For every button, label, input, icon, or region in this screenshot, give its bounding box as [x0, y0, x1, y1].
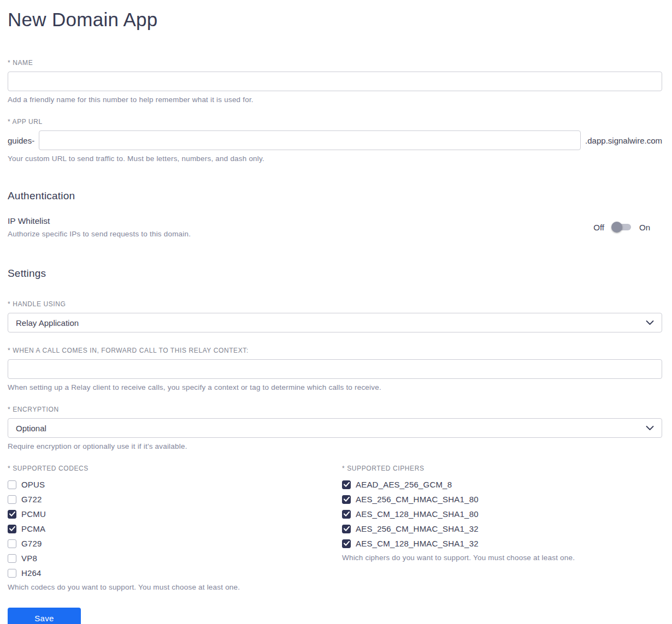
name-label: * NAME [8, 59, 662, 67]
check-icon [9, 512, 15, 516]
handle-using-selected-value: Relay Application [16, 318, 79, 328]
supported-ciphers-label: * SUPPORTED CIPHERS [342, 465, 662, 472]
checkbox[interactable] [342, 525, 351, 533]
app-url-help-text: Your custom URL to send traffic to. Must… [8, 154, 662, 163]
check-icon [344, 512, 350, 516]
name-input[interactable] [8, 72, 662, 91]
cipher-checkbox-row[interactable]: AEAD_AES_256_GCM_8 [342, 480, 662, 489]
toggle-off-label: Off [593, 223, 604, 232]
app-url-prefix: guides- [8, 136, 34, 145]
app-url-label: * APP URL [8, 118, 662, 126]
handle-using-label: * HANDLE USING [8, 300, 662, 308]
check-icon [344, 482, 350, 487]
chevron-down-icon [646, 426, 654, 431]
save-button[interactable]: Save [8, 608, 81, 624]
checkbox[interactable] [8, 539, 16, 548]
name-field-group: * NAME Add a friendly name for this numb… [8, 59, 662, 104]
checkbox-label: PCMA [21, 524, 45, 533]
checkbox-label: H264 [21, 568, 42, 578]
app-url-suffix: .dapp.signalwire.com [585, 136, 662, 145]
checkbox-label: G729 [21, 539, 42, 548]
ciphers-help-text: Which ciphers do you want to support. Yo… [342, 554, 662, 562]
cipher-checkbox-row[interactable]: AES_CM_128_HMAC_SHA1_32 [342, 539, 662, 548]
new-domain-app-page: New Domain App * NAME Add a friendly nam… [0, 0, 672, 624]
checkbox-label: AES_CM_128_HMAC_SHA1_80 [356, 509, 479, 519]
encryption-select[interactable]: Optional [8, 418, 662, 438]
codec-checkbox-row[interactable]: PCMA [8, 524, 342, 533]
relay-context-label: * WHEN A CALL COMES IN, FORWARD CALL TO … [8, 347, 662, 354]
checkbox[interactable] [342, 495, 351, 504]
toggle-on-label: On [639, 223, 650, 232]
codecs-checkbox-list: OPUS G722 PCMU [8, 480, 342, 578]
checkbox[interactable] [342, 510, 351, 519]
page-title: New Domain App [8, 9, 662, 31]
codec-checkbox-row[interactable]: PCMU [8, 509, 342, 519]
checkbox[interactable] [342, 480, 351, 489]
checkbox[interactable] [8, 554, 16, 563]
checkbox-label: AES_256_CM_HMAC_SHA1_80 [356, 495, 479, 504]
ip-whitelist-toggle-group: Off On [593, 222, 662, 233]
codecs-ciphers-columns: * SUPPORTED CODECS OPUS G722 [8, 465, 662, 591]
app-url-input[interactable] [39, 130, 581, 150]
ip-whitelist-text-block: IP Whitelist Authorize specific IPs to s… [8, 216, 191, 238]
cipher-checkbox-row[interactable]: AES_256_CM_HMAC_SHA1_32 [342, 524, 662, 533]
check-icon [344, 497, 350, 502]
handle-using-select[interactable]: Relay Application [8, 313, 662, 332]
app-url-field-group: * APP URL guides- .dapp.signalwire.com Y… [8, 118, 662, 163]
relay-context-input[interactable] [8, 359, 662, 379]
authentication-heading: Authentication [8, 190, 662, 202]
codec-checkbox-row[interactable]: OPUS [8, 480, 342, 489]
ip-whitelist-help-text: Authorize specific IPs to send requests … [8, 230, 191, 238]
checkbox-label: VP8 [21, 554, 37, 563]
relay-context-group: * WHEN A CALL COMES IN, FORWARD CALL TO … [8, 347, 662, 391]
encryption-label: * ENCRYPTION [8, 406, 662, 413]
settings-heading: Settings [8, 268, 662, 280]
app-url-row: guides- .dapp.signalwire.com [8, 130, 662, 150]
handle-using-group: * HANDLE USING Relay Application [8, 300, 662, 332]
cipher-checkbox-row[interactable]: AES_256_CM_HMAC_SHA1_80 [342, 495, 662, 504]
ip-whitelist-row: IP Whitelist Authorize specific IPs to s… [8, 216, 662, 238]
checkbox[interactable] [8, 525, 16, 533]
checkbox-label: AEAD_AES_256_GCM_8 [356, 480, 452, 489]
codecs-help-text: Which codecs do you want to support. You… [8, 583, 342, 591]
supported-ciphers-group: * SUPPORTED CIPHERS AEAD_AES_256_GCM_8 [342, 465, 662, 591]
chevron-down-icon [646, 320, 654, 325]
check-icon [344, 541, 350, 546]
checkbox-label: OPUS [21, 480, 45, 489]
codec-checkbox-row[interactable]: G729 [8, 539, 342, 548]
name-help-text: Add a friendly name for this number to h… [8, 96, 662, 104]
encryption-group: * ENCRYPTION Optional Require encryption… [8, 406, 662, 450]
supported-codecs-label: * SUPPORTED CODECS [8, 465, 342, 472]
cipher-checkbox-row[interactable]: AES_CM_128_HMAC_SHA1_80 [342, 509, 662, 519]
check-icon [9, 526, 15, 531]
checkbox-label: AES_256_CM_HMAC_SHA1_32 [356, 524, 479, 533]
encryption-help-text: Require encryption or optionally use it … [8, 442, 662, 450]
checkbox[interactable] [8, 480, 16, 489]
checkbox[interactable] [342, 539, 351, 548]
codec-checkbox-row[interactable]: H264 [8, 568, 342, 578]
checkbox[interactable] [8, 495, 16, 504]
checkbox[interactable] [8, 569, 16, 578]
encryption-selected-value: Optional [16, 424, 46, 433]
checkbox-label: G722 [21, 495, 42, 504]
ciphers-checkbox-list: AEAD_AES_256_GCM_8 AES_256_CM_HMAC_SHA1_… [342, 480, 662, 548]
check-icon [344, 526, 350, 531]
codec-checkbox-row[interactable]: G722 [8, 495, 342, 504]
checkbox-label: PCMU [21, 509, 46, 519]
checkbox[interactable] [8, 510, 16, 519]
ip-whitelist-toggle[interactable] [611, 222, 632, 233]
ip-whitelist-label: IP Whitelist [8, 216, 191, 226]
codec-checkbox-row[interactable]: VP8 [8, 554, 342, 563]
toggle-knob-icon [611, 222, 622, 233]
relay-context-help-text: When setting up a Relay client to receiv… [8, 383, 662, 391]
supported-codecs-group: * SUPPORTED CODECS OPUS G722 [8, 465, 342, 591]
checkbox-label: AES_CM_128_HMAC_SHA1_32 [356, 539, 479, 548]
